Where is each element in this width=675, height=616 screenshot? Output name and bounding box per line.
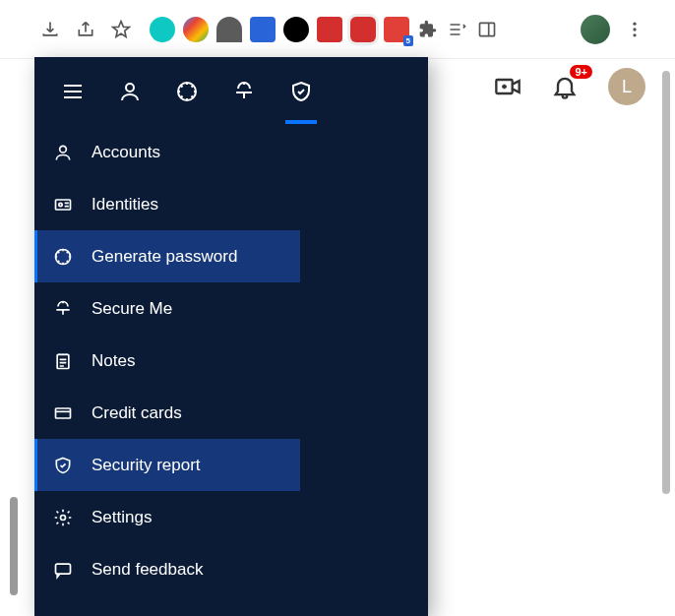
menu-item-generate-password[interactable]: Generate password — [34, 230, 300, 282]
menu-item-security-report[interactable]: Security report — [34, 439, 300, 491]
svg-point-2 — [633, 28, 636, 31]
menu-item-label: Credit cards — [92, 403, 182, 423]
extension-1[interactable] — [150, 17, 175, 42]
more-menu-icon[interactable] — [624, 19, 645, 40]
user-icon — [52, 142, 74, 163]
tab-shield-icon[interactable] — [287, 78, 315, 105]
create-video-icon[interactable] — [494, 73, 522, 100]
menu-item-secure-me[interactable]: Secure Me — [34, 282, 300, 335]
tab-accounts-icon[interactable] — [116, 78, 144, 105]
svg-point-5 — [126, 84, 134, 92]
menu-item-label: Security report — [92, 456, 201, 475]
timer-icon — [52, 298, 74, 320]
extension-8[interactable]: 5 — [384, 17, 409, 42]
side-panel-icon[interactable] — [476, 19, 498, 40]
extension-3[interactable] — [216, 17, 242, 42]
password-manager-panel: AccountsIdentitiesGenerate passwordSecur… — [34, 57, 428, 616]
page-scrollbar[interactable] — [662, 71, 670, 494]
menu-item-accounts[interactable]: Accounts — [34, 126, 300, 178]
notes-icon — [52, 350, 74, 372]
menu-item-notes[interactable]: Notes — [34, 335, 300, 387]
download-icon[interactable] — [39, 19, 61, 40]
menu-hamburger-icon[interactable] — [59, 78, 87, 105]
menu-item-send-feedback[interactable]: Send feedback — [34, 543, 300, 595]
id-card-icon — [52, 194, 74, 216]
extension-5[interactable] — [283, 17, 309, 42]
google-translate-icon[interactable] — [183, 17, 209, 42]
menu-item-label: Send feedback — [92, 560, 203, 580]
svg-point-3 — [633, 33, 636, 36]
profile-avatar-icon[interactable] — [581, 15, 610, 44]
menu-item-label: Secure Me — [92, 299, 172, 319]
share-icon[interactable] — [75, 19, 96, 40]
notifications-icon[interactable]: 9+ — [551, 73, 579, 100]
user-avatar[interactable]: L — [608, 68, 645, 105]
menu-item-label: Generate password — [92, 247, 237, 267]
shield-icon — [52, 455, 74, 476]
svg-point-6 — [178, 83, 196, 100]
side-scrollbar[interactable] — [10, 497, 18, 595]
menu-item-label: Accounts — [92, 143, 160, 162]
extension-6[interactable] — [317, 17, 342, 42]
menu-item-settings[interactable]: Settings — [34, 491, 300, 543]
panel-tabs — [34, 57, 428, 126]
menu-item-identities[interactable]: Identities — [34, 178, 300, 230]
menu-item-label: Settings — [92, 508, 152, 527]
panel-menu: AccountsIdentitiesGenerate passwordSecur… — [34, 126, 300, 595]
card-icon — [52, 402, 74, 424]
extension-4[interactable] — [250, 17, 276, 42]
browser-toolbar: 5 — [0, 0, 675, 59]
menu-item-label: Notes — [92, 351, 135, 371]
extension-7[interactable] — [350, 17, 376, 42]
svg-rect-0 — [480, 23, 495, 35]
star-icon[interactable] — [110, 19, 132, 40]
svg-point-1 — [633, 22, 636, 25]
extension-8-badge: 5 — [403, 35, 413, 46]
dial-icon — [52, 246, 74, 268]
gear-icon — [52, 507, 74, 528]
notifications-badge: 9+ — [570, 65, 592, 79]
extension-row: 5 — [150, 17, 498, 42]
chat-icon — [52, 559, 74, 581]
menu-item-credit-cards[interactable]: Credit cards — [34, 387, 300, 439]
menu-item-label: Identities — [92, 195, 158, 215]
tab-generate-icon[interactable] — [173, 78, 201, 105]
extensions-puzzle-icon[interactable] — [417, 19, 439, 40]
tab-secure-icon[interactable] — [230, 78, 258, 105]
reading-list-icon[interactable] — [447, 19, 468, 40]
